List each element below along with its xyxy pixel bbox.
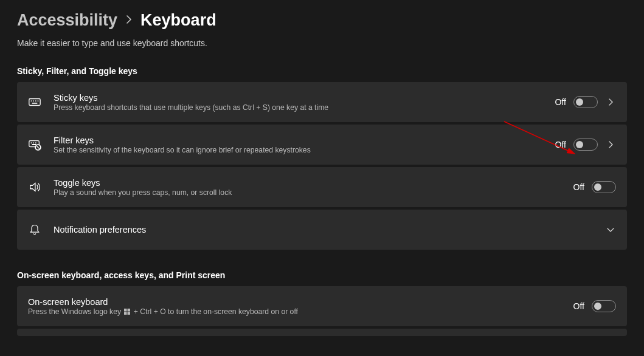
svg-rect-14	[124, 309, 127, 312]
osk-toggle[interactable]	[592, 300, 616, 312]
card-onscreen-keyboard[interactable]: On-screen keyboard Press the Windows log…	[17, 286, 627, 326]
windows-logo-icon	[124, 309, 130, 315]
sticky-title: Sticky keys	[54, 93, 543, 103]
breadcrumb-current: Keyboard	[140, 11, 216, 30]
filter-state-label: Off	[555, 140, 566, 149]
sticky-state-label: Off	[555, 97, 566, 107]
page-subtitle: Make it easier to type and use keyboard …	[17, 38, 627, 48]
card-next-hidden[interactable]	[17, 329, 627, 336]
osk-state-label: Off	[573, 301, 584, 311]
breadcrumb: Accessibility Keyboard	[17, 11, 627, 30]
filter-toggle[interactable]	[573, 139, 598, 151]
section-header-sticky: Sticky, Filter, and Toggle keys	[17, 66, 627, 76]
filter-title: Filter keys	[54, 135, 543, 145]
sticky-desc: Press keyboard shortcuts that use multip…	[54, 103, 543, 112]
svg-rect-0	[29, 99, 40, 106]
osk-title: On-screen keyboard	[28, 297, 573, 307]
sticky-expand-chevron[interactable]	[605, 98, 616, 106]
osk-desc: Press the Windows logo key + Ctrl + O to…	[28, 307, 573, 316]
breadcrumb-parent[interactable]: Accessibility	[17, 11, 117, 30]
keyboard-sticky-icon	[28, 95, 41, 109]
bell-icon	[28, 223, 41, 236]
speaker-icon	[28, 180, 41, 194]
notif-expand-chevron[interactable]	[605, 227, 616, 232]
notif-title: Notification preferences	[54, 225, 593, 234]
togglekeys-toggle[interactable]	[592, 181, 616, 193]
svg-rect-15	[128, 309, 131, 312]
togglekeys-desc: Play a sound when you press caps, num, o…	[54, 188, 561, 197]
filter-desc: Set the sensitivity of the keyboard so i…	[54, 146, 543, 154]
sticky-toggle[interactable]	[573, 96, 598, 108]
togglekeys-state-label: Off	[573, 182, 584, 192]
keyboard-filter-icon	[28, 138, 41, 151]
section-header-osk: On-screen keyboard, access keys, and Pri…	[17, 270, 627, 280]
filter-expand-chevron[interactable]	[605, 141, 616, 148]
svg-rect-16	[124, 312, 127, 315]
card-toggle-keys[interactable]: Toggle keys Play a sound when you press …	[17, 167, 627, 207]
card-sticky-keys[interactable]: Sticky keys Press keyboard shortcuts tha…	[17, 82, 627, 122]
card-filter-keys[interactable]: Filter keys Set the sensitivity of the k…	[17, 125, 627, 165]
svg-rect-17	[128, 312, 131, 315]
card-notification-preferences[interactable]: Notification preferences	[17, 210, 627, 250]
togglekeys-title: Toggle keys	[54, 178, 561, 188]
chevron-right-icon	[126, 15, 132, 27]
